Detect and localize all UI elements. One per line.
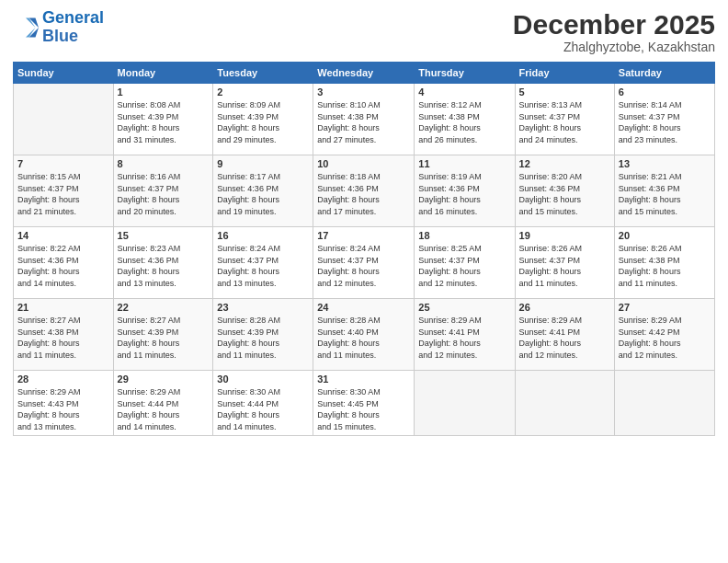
calendar-cell: 5Sunrise: 8:13 AM Sunset: 4:37 PM Daylig… [515, 84, 614, 155]
calendar-cell: 24Sunrise: 8:28 AM Sunset: 4:40 PM Dayli… [313, 299, 415, 371]
day-number: 25 [418, 302, 510, 313]
calendar-cell: 28Sunrise: 8:29 AM Sunset: 4:43 PM Dayli… [14, 371, 114, 436]
calendar-cell: 11Sunrise: 8:19 AM Sunset: 4:36 PM Dayli… [415, 155, 515, 227]
day-header: Friday [515, 63, 614, 84]
calendar-cell [614, 371, 714, 436]
day-info: Sunrise: 8:26 AM Sunset: 4:38 PM Dayligh… [619, 243, 711, 289]
day-number: 16 [217, 230, 309, 241]
day-info: Sunrise: 8:08 AM Sunset: 4:39 PM Dayligh… [118, 99, 210, 145]
calendar-cell: 20Sunrise: 8:26 AM Sunset: 4:38 PM Dayli… [614, 227, 714, 299]
calendar-cell: 29Sunrise: 8:29 AM Sunset: 4:44 PM Dayli… [113, 371, 213, 436]
day-info: Sunrise: 8:29 AM Sunset: 4:41 PM Dayligh… [418, 315, 510, 361]
month-title: December 2025 [513, 9, 715, 40]
day-info: Sunrise: 8:23 AM Sunset: 4:36 PM Dayligh… [118, 243, 210, 289]
calendar-cell: 22Sunrise: 8:27 AM Sunset: 4:39 PM Dayli… [113, 299, 213, 371]
day-number: 23 [217, 302, 309, 313]
day-info: Sunrise: 8:29 AM Sunset: 4:41 PM Dayligh… [519, 315, 610, 361]
calendar-week-row: 7Sunrise: 8:15 AM Sunset: 4:37 PM Daylig… [14, 155, 715, 227]
day-info: Sunrise: 8:28 AM Sunset: 4:39 PM Dayligh… [217, 315, 309, 361]
day-number: 29 [118, 373, 210, 385]
day-number: 20 [619, 230, 711, 241]
day-info: Sunrise: 8:18 AM Sunset: 4:36 PM Dayligh… [317, 171, 410, 217]
day-info: Sunrise: 8:30 AM Sunset: 4:45 PM Dayligh… [317, 386, 410, 432]
day-number: 11 [418, 158, 510, 169]
day-info: Sunrise: 8:25 AM Sunset: 4:37 PM Dayligh… [418, 243, 510, 289]
calendar-week-row: 1Sunrise: 8:08 AM Sunset: 4:39 PM Daylig… [14, 84, 715, 155]
calendar-week-row: 21Sunrise: 8:27 AM Sunset: 4:38 PM Dayli… [14, 299, 715, 371]
calendar-week-row: 28Sunrise: 8:29 AM Sunset: 4:43 PM Dayli… [14, 371, 715, 436]
calendar-cell: 8Sunrise: 8:16 AM Sunset: 4:37 PM Daylig… [113, 155, 213, 227]
day-info: Sunrise: 8:17 AM Sunset: 4:36 PM Dayligh… [217, 171, 309, 217]
day-number: 5 [519, 86, 610, 98]
calendar-cell: 14Sunrise: 8:22 AM Sunset: 4:36 PM Dayli… [14, 227, 114, 299]
day-number: 10 [317, 158, 410, 169]
day-number: 14 [17, 230, 109, 241]
day-info: Sunrise: 8:21 AM Sunset: 4:36 PM Dayligh… [619, 171, 711, 217]
calendar-cell: 9Sunrise: 8:17 AM Sunset: 4:36 PM Daylig… [213, 155, 313, 227]
day-header: Tuesday [213, 63, 313, 84]
calendar-week-row: 14Sunrise: 8:22 AM Sunset: 4:36 PM Dayli… [14, 227, 715, 299]
calendar-table: SundayMondayTuesdayWednesdayThursdayFrid… [13, 62, 715, 436]
calendar-cell: 1Sunrise: 8:08 AM Sunset: 4:39 PM Daylig… [113, 84, 213, 155]
calendar-cell: 21Sunrise: 8:27 AM Sunset: 4:38 PM Dayli… [14, 299, 114, 371]
calendar-cell: 30Sunrise: 8:30 AM Sunset: 4:44 PM Dayli… [213, 371, 313, 436]
header: General Blue December 2025 Zhalghyztobe,… [13, 9, 715, 54]
title-block: December 2025 Zhalghyztobe, Kazakhstan [513, 9, 715, 54]
calendar-cell [415, 371, 515, 436]
day-info: Sunrise: 8:24 AM Sunset: 4:37 PM Dayligh… [317, 243, 410, 289]
day-header: Saturday [614, 63, 714, 84]
day-info: Sunrise: 8:29 AM Sunset: 4:44 PM Dayligh… [118, 386, 210, 432]
calendar-cell: 15Sunrise: 8:23 AM Sunset: 4:36 PM Dayli… [113, 227, 213, 299]
calendar-cell: 18Sunrise: 8:25 AM Sunset: 4:37 PM Dayli… [415, 227, 515, 299]
day-number: 21 [17, 302, 109, 313]
calendar-cell: 31Sunrise: 8:30 AM Sunset: 4:45 PM Dayli… [313, 371, 415, 436]
day-header: Sunday [14, 63, 114, 84]
day-number: 1 [118, 86, 210, 98]
day-number: 17 [317, 230, 410, 241]
day-info: Sunrise: 8:27 AM Sunset: 4:39 PM Dayligh… [118, 315, 210, 361]
day-number: 26 [519, 302, 610, 313]
day-number: 24 [317, 302, 410, 313]
day-number: 9 [217, 158, 309, 169]
calendar-cell [14, 84, 114, 155]
day-number: 15 [118, 230, 210, 241]
day-info: Sunrise: 8:19 AM Sunset: 4:36 PM Dayligh… [418, 171, 510, 217]
logo-icon [13, 15, 39, 40]
day-info: Sunrise: 8:27 AM Sunset: 4:38 PM Dayligh… [17, 315, 109, 361]
calendar-cell: 25Sunrise: 8:29 AM Sunset: 4:41 PM Dayli… [415, 299, 515, 371]
day-number: 2 [217, 86, 309, 98]
calendar-cell: 16Sunrise: 8:24 AM Sunset: 4:37 PM Dayli… [213, 227, 313, 299]
calendar-cell: 7Sunrise: 8:15 AM Sunset: 4:37 PM Daylig… [14, 155, 114, 227]
calendar-cell: 27Sunrise: 8:29 AM Sunset: 4:42 PM Dayli… [614, 299, 714, 371]
calendar-cell: 6Sunrise: 8:14 AM Sunset: 4:37 PM Daylig… [614, 84, 714, 155]
day-number: 3 [317, 86, 410, 98]
day-info: Sunrise: 8:13 AM Sunset: 4:37 PM Dayligh… [519, 99, 610, 145]
day-number: 18 [418, 230, 510, 241]
day-number: 7 [17, 158, 109, 169]
day-info: Sunrise: 8:22 AM Sunset: 4:36 PM Dayligh… [17, 243, 109, 289]
header-row: SundayMondayTuesdayWednesdayThursdayFrid… [14, 63, 715, 84]
day-info: Sunrise: 8:26 AM Sunset: 4:37 PM Dayligh… [519, 243, 610, 289]
day-info: Sunrise: 8:28 AM Sunset: 4:40 PM Dayligh… [317, 315, 410, 361]
calendar-cell: 3Sunrise: 8:10 AM Sunset: 4:38 PM Daylig… [313, 84, 415, 155]
day-number: 19 [519, 230, 610, 241]
day-number: 27 [619, 302, 711, 313]
logo: General Blue [13, 9, 104, 46]
day-number: 22 [118, 302, 210, 313]
calendar-cell: 4Sunrise: 8:12 AM Sunset: 4:38 PM Daylig… [415, 84, 515, 155]
day-number: 12 [519, 158, 610, 169]
day-info: Sunrise: 8:10 AM Sunset: 4:38 PM Dayligh… [317, 99, 410, 145]
calendar-cell: 10Sunrise: 8:18 AM Sunset: 4:36 PM Dayli… [313, 155, 415, 227]
day-info: Sunrise: 8:20 AM Sunset: 4:36 PM Dayligh… [519, 171, 610, 217]
day-info: Sunrise: 8:15 AM Sunset: 4:37 PM Dayligh… [17, 171, 109, 217]
calendar-cell: 26Sunrise: 8:29 AM Sunset: 4:41 PM Dayli… [515, 299, 614, 371]
day-number: 31 [317, 373, 410, 385]
day-number: 13 [619, 158, 711, 169]
day-number: 4 [418, 86, 510, 98]
calendar-container: General Blue December 2025 Zhalghyztobe,… [0, 0, 728, 563]
day-header: Monday [113, 63, 213, 84]
day-info: Sunrise: 8:16 AM Sunset: 4:37 PM Dayligh… [118, 171, 210, 217]
day-number: 30 [217, 373, 309, 385]
calendar-cell: 13Sunrise: 8:21 AM Sunset: 4:36 PM Dayli… [614, 155, 714, 227]
day-info: Sunrise: 8:24 AM Sunset: 4:37 PM Dayligh… [217, 243, 309, 289]
